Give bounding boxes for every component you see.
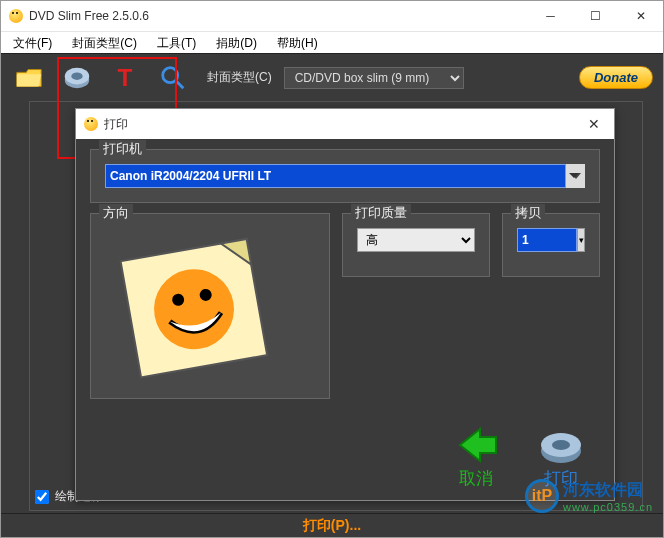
svg-point-4	[163, 67, 178, 82]
quality-select[interactable]: 高	[357, 228, 475, 252]
menu-cover-type[interactable]: 封面类型(C)	[64, 32, 145, 53]
svg-line-5	[176, 80, 184, 88]
t-icon: T	[110, 63, 140, 93]
dialog-body: 打印机 Canon iR2004/2204 UFRII LT 方向	[76, 139, 614, 421]
copies-input[interactable]	[517, 228, 577, 252]
minimize-button[interactable]: ─	[528, 1, 573, 31]
watermark-name: 河东软件园	[563, 480, 653, 501]
cancel-label: 取消	[459, 467, 493, 490]
menu-file[interactable]: 文件(F)	[5, 32, 60, 53]
printer-icon	[62, 63, 92, 93]
chevron-down-icon	[565, 164, 585, 188]
svg-point-2	[71, 72, 82, 80]
app-window: DVD Slim Free 2.5.0.6 ─ ☐ ✕ 文件(F) 封面类型(C…	[0, 0, 664, 538]
print-dialog: 打印 ✕ 打印机 Canon iR2004/2204 UFRII LT 方向	[75, 108, 615, 501]
app-smiley-icon	[9, 9, 23, 23]
text-tool-button[interactable]: T	[107, 60, 143, 96]
printer-select-wrap: Canon iR2004/2204 UFRII LT	[105, 164, 585, 188]
svg-point-12	[552, 440, 570, 450]
printer-action-icon	[536, 425, 586, 465]
cover-type-label: 封面类型(C)	[207, 69, 272, 86]
menubar: 文件(F) 封面类型(C) 工具(T) 捐助(D) 帮助(H)	[1, 31, 663, 53]
statusbar: 打印(P)...	[1, 513, 663, 537]
folder-icon	[14, 63, 44, 93]
options-row: 方向	[90, 213, 600, 409]
maximize-button[interactable]: ☐	[573, 1, 618, 31]
quality-group-title: 打印质量	[351, 204, 411, 222]
titlebar: DVD Slim Free 2.5.0.6 ─ ☐ ✕	[1, 1, 663, 31]
cover-type-select[interactable]: CD/DVD box slim (9 mm)	[284, 67, 464, 89]
quality-group: 打印质量 高	[342, 213, 490, 277]
status-text: 打印(P)...	[303, 517, 361, 535]
app-title: DVD Slim Free 2.5.0.6	[29, 9, 149, 23]
draw-border-checkbox[interactable]	[35, 490, 49, 504]
printer-group-title: 打印机	[99, 140, 146, 158]
zoom-button[interactable]	[155, 60, 191, 96]
print-button[interactable]	[59, 60, 95, 96]
menu-tools[interactable]: 工具(T)	[149, 32, 204, 53]
direction-group: 方向	[90, 213, 330, 399]
printer-select[interactable]: Canon iR2004/2204 UFRII LT	[105, 164, 585, 188]
open-folder-button[interactable]	[11, 60, 47, 96]
smiley-page-icon	[110, 237, 280, 382]
arrow-left-icon	[452, 425, 500, 465]
copies-group: 拷贝 ▾	[502, 213, 600, 277]
dialog-titlebar: 打印 ✕	[76, 109, 614, 139]
watermark-url: www.pc0359.cn	[563, 501, 653, 513]
magnifier-icon	[158, 63, 188, 93]
watermark-logo-icon: itP	[525, 479, 559, 513]
orientation-preview[interactable]	[105, 234, 285, 384]
cancel-button[interactable]: 取消	[452, 425, 500, 490]
window-controls: ─ ☐ ✕	[528, 1, 663, 31]
direction-group-title: 方向	[99, 204, 133, 222]
dialog-close-button[interactable]: ✕	[574, 109, 614, 139]
copies-group-title: 拷贝	[511, 204, 545, 222]
dialog-title: 打印	[104, 116, 128, 133]
printer-group: 打印机 Canon iR2004/2204 UFRII LT	[90, 149, 600, 203]
menu-donate[interactable]: 捐助(D)	[208, 32, 265, 53]
toolbar: T 封面类型(C) CD/DVD box slim (9 mm) Donate	[1, 53, 663, 101]
svg-text:T: T	[118, 64, 133, 91]
watermark: itP 河东软件园 www.pc0359.cn	[525, 479, 653, 513]
close-button[interactable]: ✕	[618, 1, 663, 31]
dialog-smiley-icon	[84, 117, 98, 131]
copies-spinner[interactable]: ▾	[577, 228, 585, 252]
menu-help[interactable]: 帮助(H)	[269, 32, 326, 53]
donate-button[interactable]: Donate	[579, 66, 653, 89]
